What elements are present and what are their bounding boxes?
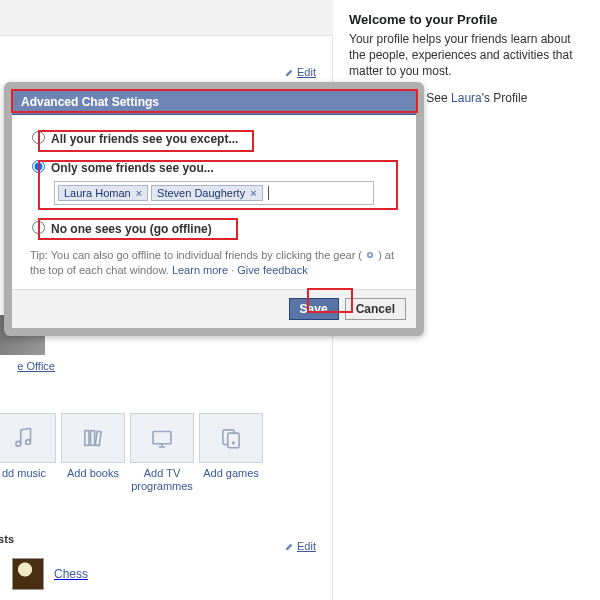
- dialog-tip: Tip: You can also go offline to individu…: [30, 248, 398, 279]
- add-tiles-row: dd music Add books Add TV programmes Add…: [0, 413, 263, 492]
- tv-icon: [130, 413, 194, 463]
- svg-rect-5: [153, 432, 171, 444]
- tip-dot: ·: [228, 264, 237, 276]
- tile-add-tv[interactable]: Add TV programmes: [130, 413, 194, 492]
- tile-label: Add games: [203, 467, 259, 479]
- highlight-title: [11, 89, 418, 113]
- interest-item-chess[interactable]: Chess: [12, 558, 88, 590]
- edit-label: Edit: [297, 540, 316, 552]
- games-icon: [199, 413, 263, 463]
- edit-label: Edit: [297, 66, 316, 78]
- tile-label: Add TV programmes: [131, 467, 193, 492]
- advanced-chat-settings-dialog: Advanced Chat Settings All your friends …: [4, 82, 424, 336]
- svg-point-1: [26, 440, 31, 445]
- tile-add-music[interactable]: dd music: [0, 413, 56, 492]
- inspired-name-link[interactable]: Laura: [451, 91, 482, 105]
- profile-welcome-body: Your profile helps your friends learn ab…: [349, 31, 584, 80]
- profile-welcome-heading: Welcome to your Profile: [349, 12, 584, 27]
- get-inspired-suffix: 's Profile: [482, 91, 528, 105]
- get-inspired-see: See: [426, 91, 451, 105]
- music-icon: [0, 413, 56, 463]
- learn-more-link[interactable]: Learn more: [172, 264, 228, 276]
- highlight-option2: [38, 160, 398, 210]
- svg-rect-3: [91, 431, 95, 446]
- svg-point-9: [369, 254, 372, 257]
- tip-prefix: Tip: You can also go offline to individu…: [30, 249, 365, 261]
- give-feedback-link[interactable]: Give feedback: [237, 264, 307, 276]
- interests-header: ests: [0, 533, 332, 547]
- interest-thumb: [12, 558, 44, 590]
- highlight-option1: [38, 130, 254, 152]
- gear-icon: [365, 249, 375, 259]
- pencil-icon: [285, 67, 294, 76]
- edit-link-interests[interactable]: Edit: [285, 540, 316, 552]
- edit-link-profile[interactable]: Edit: [285, 66, 316, 78]
- tile-label: Add books: [67, 467, 119, 479]
- svg-rect-4: [95, 431, 101, 445]
- interest-label: Chess: [54, 567, 88, 581]
- svg-rect-2: [85, 431, 89, 446]
- dialog-footer: Save Cancel: [12, 289, 416, 328]
- highlight-save: [307, 288, 353, 313]
- office-link[interactable]: e Office: [0, 360, 55, 372]
- cancel-button[interactable]: Cancel: [345, 298, 406, 320]
- highlight-option3: [38, 218, 238, 240]
- svg-point-0: [16, 441, 21, 446]
- tile-add-games[interactable]: Add games: [199, 413, 263, 492]
- pencil-icon: [285, 541, 294, 550]
- tile-label: dd music: [2, 467, 46, 479]
- content-block: [0, 0, 333, 36]
- tile-add-books[interactable]: Add books: [61, 413, 125, 492]
- books-icon: [61, 413, 125, 463]
